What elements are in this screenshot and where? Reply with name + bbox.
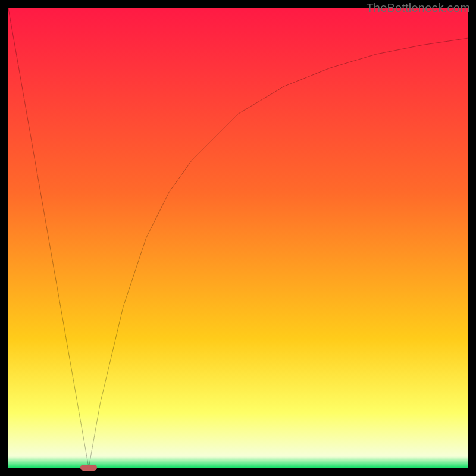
optimum-marker — [80, 465, 97, 471]
bottleneck-curve — [8, 8, 468, 468]
chart-frame: TheBottleneck.com — [0, 0, 476, 476]
curve-path — [8, 8, 468, 468]
watermark-text: TheBottleneck.com — [366, 1, 470, 15]
plot-area — [8, 8, 468, 468]
